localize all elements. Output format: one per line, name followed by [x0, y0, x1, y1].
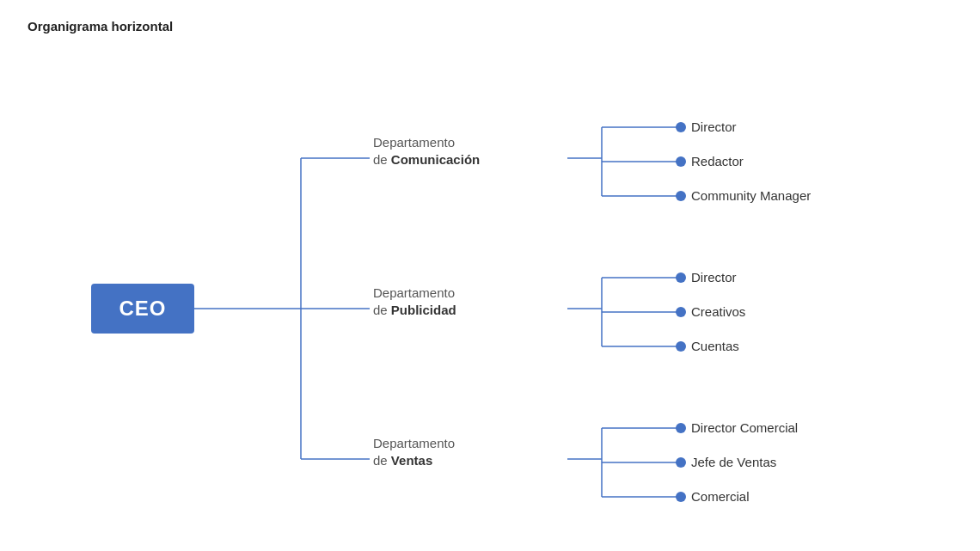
dept-comunicacion-line1: Departamento [373, 135, 455, 150]
dot-publicidad-1 [676, 272, 686, 283]
dept-comunicacion-name: Comunicación [391, 152, 480, 167]
dot-ventas-2 [676, 457, 686, 468]
dept-publicidad-line1: Departamento [373, 285, 455, 300]
role-publicidad-1: Director [691, 270, 737, 285]
page-title: Organigrama horizontal [28, 19, 173, 34]
role-comunicacion-1: Director [691, 119, 737, 134]
dept-publicidad-name: Publicidad [391, 303, 456, 317]
dept-publicidad: Departamento de Publicidad [373, 285, 456, 320]
role-ventas-3: Comercial [691, 489, 750, 504]
role-publicidad-3: Cuentas [691, 339, 739, 353]
dot-publicidad-3 [676, 341, 686, 352]
dept-ventas-line1: Departamento [373, 436, 455, 450]
dept-ventas-name: Ventas [391, 453, 432, 468]
role-ventas-2: Jefe de Ventas [691, 455, 776, 469]
org-lines [34, 52, 946, 542]
dot-ventas-1 [676, 423, 686, 433]
role-publicidad-2: Creativos [691, 304, 745, 319]
role-ventas-1: Director Comercial [691, 420, 798, 435]
org-chart: CEO [34, 52, 946, 542]
dept-comunicacion-prefix: de [373, 152, 391, 167]
dept-ventas-prefix: de [373, 453, 391, 468]
dot-ventas-3 [676, 492, 686, 502]
dept-comunicacion: Departamento de Comunicación [373, 134, 480, 169]
dot-comunicacion-2 [676, 156, 686, 167]
dot-publicidad-2 [676, 307, 686, 317]
role-comunicacion-3: Community Manager [691, 188, 811, 203]
dept-ventas: Departamento de Ventas [373, 435, 455, 470]
dept-publicidad-prefix: de [373, 303, 391, 317]
dot-comunicacion-3 [676, 191, 686, 201]
role-comunicacion-2: Redactor [691, 154, 744, 168]
dot-comunicacion-1 [676, 122, 686, 132]
